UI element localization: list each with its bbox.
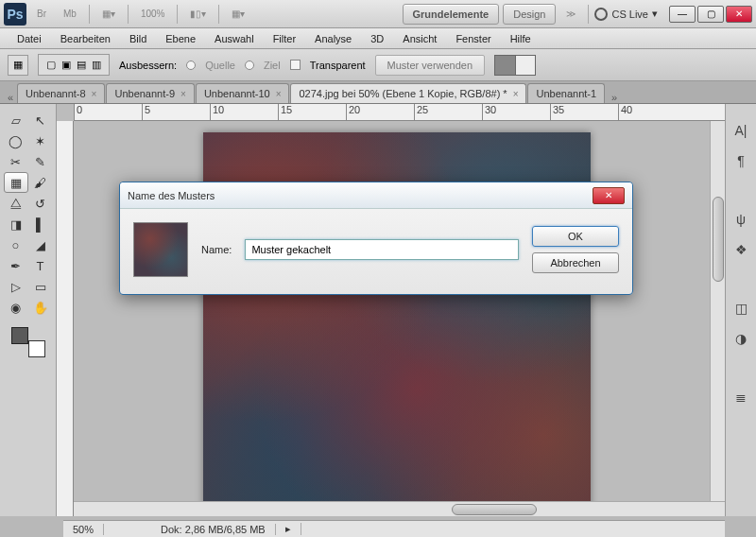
- pattern-name-dialog: Name des Musters ✕ Name: OK Abbrechen: [119, 182, 633, 295]
- tab-unbenannt-1[interactable]: Unbenannt-1: [527, 83, 605, 103]
- patch-add-icon[interactable]: ▣: [61, 59, 71, 71]
- menu-ebene[interactable]: Ebene: [156, 30, 205, 47]
- status-menu-arrow[interactable]: ▸: [276, 523, 301, 535]
- type-tool[interactable]: T: [28, 255, 53, 276]
- radio-ziel[interactable]: [245, 61, 254, 70]
- toolbox: ▱ ↖ ◯ ✶ ✂ ✎ ▦ 🖌 ⧋ ↺ ◨ ▌ ○ ◢ ✒ T ▷ ▭ ◉ ✋: [4, 106, 53, 318]
- pattern-name-input[interactable]: [245, 239, 519, 260]
- transparent-label: Transparent: [310, 60, 366, 71]
- dialog-close-button[interactable]: ✕: [593, 187, 625, 204]
- close-icon[interactable]: ×: [92, 89, 97, 99]
- document-tab-bar: « Unbenannt-8× Unbenannt-9× Unbenannt-10…: [0, 81, 756, 104]
- horizontal-ruler: 0510152025303540: [74, 104, 725, 121]
- dialog-title-text: Name des Musters: [128, 190, 593, 201]
- foreground-color[interactable]: [11, 327, 28, 344]
- menu-auswahl[interactable]: Auswahl: [205, 30, 264, 47]
- menu-fenster[interactable]: Fenster: [446, 30, 500, 47]
- menu-hilfe[interactable]: Hilfe: [501, 30, 541, 47]
- cslive-menu[interactable]: CS Live▾: [594, 8, 658, 21]
- tab-unbenannt-10[interactable]: Unbenannt-10×: [196, 83, 290, 103]
- window-minimize[interactable]: —: [669, 6, 696, 23]
- patch-selection-group: ▢ ▣ ▤ ▥: [38, 54, 110, 76]
- workspace-grundelemente[interactable]: Grundelemente: [403, 4, 500, 25]
- arrange-icon[interactable]: ▮▯▾: [183, 6, 213, 22]
- 3d-tool[interactable]: ◉: [4, 297, 28, 318]
- window-close[interactable]: ✕: [726, 6, 752, 23]
- gradient-tool[interactable]: ▌: [28, 214, 53, 234]
- extras-icon[interactable]: ▦▾: [225, 6, 251, 22]
- tab-unbenannt-8[interactable]: Unbenannt-8×: [17, 83, 105, 103]
- clone-panel-icon[interactable]: ❖: [730, 240, 751, 259]
- close-icon[interactable]: ×: [276, 89, 282, 99]
- cancel-button[interactable]: Abbrechen: [532, 252, 619, 273]
- blur-tool[interactable]: ○: [4, 234, 28, 255]
- menu-datei[interactable]: Datei: [8, 30, 51, 47]
- ausbessern-label: Ausbessern:: [119, 60, 177, 71]
- menu-bar: Datei Bearbeiten Bild Ebene Auswahl Filt…: [0, 28, 756, 49]
- tab-scroll-left[interactable]: «: [4, 92, 17, 103]
- current-tool-icon[interactable]: ▦: [8, 55, 28, 76]
- close-icon[interactable]: ×: [180, 89, 186, 99]
- menu-analyse[interactable]: Analyse: [305, 30, 361, 47]
- background-color[interactable]: [28, 340, 45, 357]
- move-tool[interactable]: ▱: [4, 110, 28, 130]
- eyedropper-tool[interactable]: ✎: [28, 151, 53, 172]
- window-maximize[interactable]: ▢: [697, 6, 724, 23]
- crop-tool[interactable]: ✂: [4, 151, 28, 172]
- patch-tool[interactable]: ▦: [4, 172, 28, 193]
- menu-ansicht[interactable]: Ansicht: [393, 30, 446, 47]
- scroll-thumb[interactable]: [713, 197, 724, 282]
- workspace-more[interactable]: ≫: [559, 6, 582, 22]
- tab-unbenannt-9[interactable]: Unbenannt-9×: [106, 83, 194, 103]
- history-brush-tool[interactable]: ↺: [28, 193, 53, 214]
- info-panel-icon[interactable]: ◑: [730, 329, 751, 348]
- ok-button[interactable]: OK: [532, 226, 619, 247]
- status-zoom[interactable]: 50%: [63, 524, 104, 535]
- eraser-tool[interactable]: ◨: [4, 214, 28, 234]
- menu-bearbeiten[interactable]: Bearbeiten: [51, 30, 120, 47]
- workspace-design[interactable]: Design: [503, 4, 556, 25]
- pattern-swatch[interactable]: [494, 55, 536, 76]
- paragraph-panel-icon[interactable]: ¶: [730, 151, 751, 170]
- patch-intersect-icon[interactable]: ▥: [92, 59, 101, 71]
- ziel-label: Ziel: [264, 60, 281, 71]
- options-bar: ▦ ▢ ▣ ▤ ▥ Ausbessern: Quelle Ziel Transp…: [0, 49, 756, 81]
- menu-bild[interactable]: Bild: [120, 30, 156, 47]
- tab-active-document[interactable]: 0274.jpg bei 50% (Ebene 1 Kopie, RGB/8#)…: [290, 83, 526, 103]
- zoom-level[interactable]: 100%: [134, 6, 172, 22]
- scroll-thumb[interactable]: [452, 504, 537, 515]
- menu-filter[interactable]: Filter: [264, 30, 305, 47]
- brushes-panel-icon[interactable]: ψ: [730, 210, 751, 229]
- path-tool[interactable]: ▷: [4, 276, 28, 297]
- character-panel-icon[interactable]: A|: [730, 121, 751, 140]
- wand-tool[interactable]: ✶: [28, 130, 53, 151]
- checkbox-transparent[interactable]: [290, 60, 301, 70]
- status-bar: 50% Dok: 2,86 MB/6,85 MB ▸: [63, 520, 725, 537]
- status-docsize[interactable]: Dok: 2,86 MB/6,85 MB: [151, 524, 276, 535]
- color-swatches[interactable]: [9, 325, 47, 359]
- close-icon[interactable]: ×: [513, 89, 519, 99]
- minibridge-button[interactable]: Mb: [57, 6, 83, 22]
- lasso-tool[interactable]: ◯: [4, 130, 28, 151]
- navigator-panel-icon[interactable]: ◫: [730, 299, 751, 318]
- patch-sub-icon[interactable]: ▤: [77, 59, 86, 71]
- dialog-titlebar[interactable]: Name des Musters ✕: [120, 182, 632, 209]
- layers-panel-icon[interactable]: ≣: [730, 388, 751, 407]
- shape-tool[interactable]: ▭: [28, 276, 53, 297]
- name-label: Name:: [201, 244, 232, 255]
- dodge-tool[interactable]: ◢: [28, 234, 53, 255]
- brush-tool[interactable]: 🖌: [28, 172, 53, 193]
- bridge-button[interactable]: Br: [30, 6, 53, 22]
- radio-quelle[interactable]: [186, 61, 196, 70]
- menu-3d[interactable]: 3D: [361, 30, 393, 47]
- pen-tool[interactable]: ✒: [4, 255, 28, 276]
- tab-scroll-right[interactable]: »: [606, 92, 623, 103]
- patch-new-icon[interactable]: ▢: [46, 59, 56, 71]
- screen-mode-icon[interactable]: ▦▾: [95, 6, 122, 22]
- horizontal-scrollbar[interactable]: [74, 501, 725, 516]
- muster-verwenden-button[interactable]: Muster verwenden: [375, 55, 486, 76]
- hand-tool[interactable]: ✋: [28, 297, 53, 318]
- stamp-tool[interactable]: ⧋: [4, 193, 28, 214]
- vertical-scrollbar[interactable]: [710, 121, 725, 501]
- marquee-tool[interactable]: ↖: [28, 110, 53, 130]
